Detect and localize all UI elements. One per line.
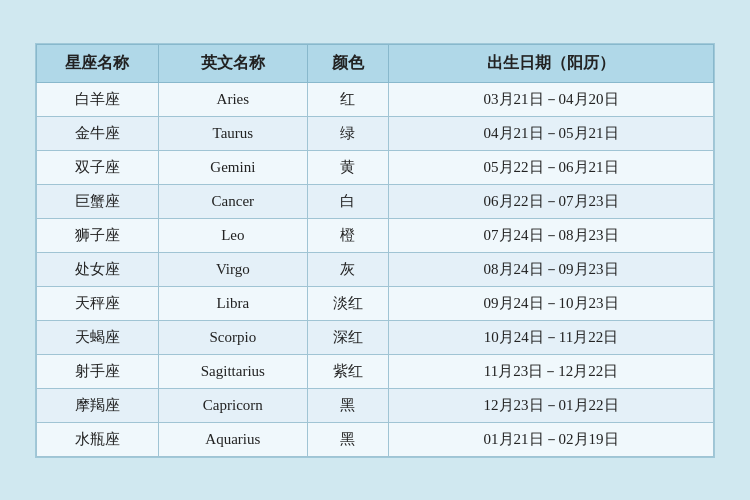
table-row: 天秤座Libra淡红09月24日－10月23日 (37, 286, 714, 320)
cell-color: 紫红 (307, 354, 388, 388)
cell-date: 09月24日－10月23日 (389, 286, 714, 320)
cell-color: 灰 (307, 252, 388, 286)
table-row: 狮子座Leo橙07月24日－08月23日 (37, 218, 714, 252)
cell-en: Aries (158, 82, 307, 116)
cell-en: Taurus (158, 116, 307, 150)
cell-zh: 白羊座 (37, 82, 159, 116)
cell-zh: 水瓶座 (37, 422, 159, 456)
cell-en: Scorpio (158, 320, 307, 354)
table-row: 水瓶座Aquarius黑01月21日－02月19日 (37, 422, 714, 456)
cell-zh: 双子座 (37, 150, 159, 184)
cell-date: 01月21日－02月19日 (389, 422, 714, 456)
cell-date: 07月24日－08月23日 (389, 218, 714, 252)
cell-color: 黑 (307, 422, 388, 456)
cell-date: 05月22日－06月21日 (389, 150, 714, 184)
cell-en: Capricorn (158, 388, 307, 422)
cell-zh: 巨蟹座 (37, 184, 159, 218)
cell-date: 11月23日－12月22日 (389, 354, 714, 388)
cell-en: Leo (158, 218, 307, 252)
cell-color: 绿 (307, 116, 388, 150)
cell-zh: 金牛座 (37, 116, 159, 150)
table-row: 天蝎座Scorpio深红10月24日－11月22日 (37, 320, 714, 354)
cell-color: 红 (307, 82, 388, 116)
zodiac-table-container: 星座名称 英文名称 颜色 出生日期（阳历） 白羊座Aries红03月21日－04… (35, 43, 715, 458)
header-en: 英文名称 (158, 44, 307, 82)
zodiac-table: 星座名称 英文名称 颜色 出生日期（阳历） 白羊座Aries红03月21日－04… (36, 44, 714, 457)
table-row: 白羊座Aries红03月21日－04月20日 (37, 82, 714, 116)
cell-date: 12月23日－01月22日 (389, 388, 714, 422)
cell-zh: 摩羯座 (37, 388, 159, 422)
cell-date: 03月21日－04月20日 (389, 82, 714, 116)
cell-color: 淡红 (307, 286, 388, 320)
cell-color: 白 (307, 184, 388, 218)
cell-zh: 处女座 (37, 252, 159, 286)
cell-zh: 射手座 (37, 354, 159, 388)
cell-en: Virgo (158, 252, 307, 286)
cell-color: 黑 (307, 388, 388, 422)
header-date: 出生日期（阳历） (389, 44, 714, 82)
cell-color: 黄 (307, 150, 388, 184)
table-row: 双子座Gemini黄05月22日－06月21日 (37, 150, 714, 184)
header-zh: 星座名称 (37, 44, 159, 82)
header-color: 颜色 (307, 44, 388, 82)
table-row: 处女座Virgo灰08月24日－09月23日 (37, 252, 714, 286)
table-header-row: 星座名称 英文名称 颜色 出生日期（阳历） (37, 44, 714, 82)
table-row: 摩羯座Capricorn黑12月23日－01月22日 (37, 388, 714, 422)
cell-date: 04月21日－05月21日 (389, 116, 714, 150)
cell-color: 橙 (307, 218, 388, 252)
cell-zh: 狮子座 (37, 218, 159, 252)
table-row: 金牛座Taurus绿04月21日－05月21日 (37, 116, 714, 150)
cell-date: 06月22日－07月23日 (389, 184, 714, 218)
cell-en: Sagittarius (158, 354, 307, 388)
cell-en: Aquarius (158, 422, 307, 456)
cell-zh: 天秤座 (37, 286, 159, 320)
cell-date: 08月24日－09月23日 (389, 252, 714, 286)
cell-en: Libra (158, 286, 307, 320)
cell-date: 10月24日－11月22日 (389, 320, 714, 354)
cell-color: 深红 (307, 320, 388, 354)
table-body: 白羊座Aries红03月21日－04月20日金牛座Taurus绿04月21日－0… (37, 82, 714, 456)
table-row: 射手座Sagittarius紫红11月23日－12月22日 (37, 354, 714, 388)
cell-en: Cancer (158, 184, 307, 218)
table-row: 巨蟹座Cancer白06月22日－07月23日 (37, 184, 714, 218)
cell-zh: 天蝎座 (37, 320, 159, 354)
cell-en: Gemini (158, 150, 307, 184)
